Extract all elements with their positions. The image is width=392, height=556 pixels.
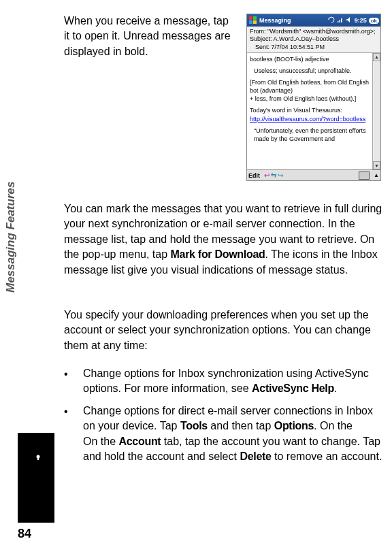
start-flag-icon bbox=[248, 16, 258, 25]
b2-b3: Account bbox=[118, 436, 161, 447]
bullet-list: • Change options for Inbox synchronizati… bbox=[64, 366, 387, 471]
reply-all-icon: ⇆ bbox=[271, 171, 276, 179]
section-tab-label: Messaging Features bbox=[4, 182, 18, 293]
screenshot-body: bootless (BOOT-lis) adjective Useless; u… bbox=[247, 53, 372, 169]
from-value: "Wordsmith" <wsmith@wordsmith.org>; bbox=[267, 28, 375, 35]
scroll-track bbox=[373, 61, 380, 161]
b1-post: . bbox=[334, 382, 337, 394]
svg-rect-5 bbox=[339, 20, 340, 22]
bullet-marker: • bbox=[64, 404, 83, 465]
list-item: • Change options for direct e-mail serve… bbox=[64, 404, 387, 465]
sync-icon bbox=[328, 16, 335, 24]
svg-rect-3 bbox=[253, 20, 257, 24]
paragraph-download-prefs: You specify your downloading preferences… bbox=[64, 308, 387, 353]
screenshot-tray: 9:25 ok bbox=[328, 16, 379, 24]
clock-time: 9:25 bbox=[355, 17, 367, 24]
header-subject-row: Subject: A.Word.A.Day--bootless bbox=[250, 35, 378, 43]
body-link: http://visualthesaurus.com/?word=bootles… bbox=[250, 115, 370, 123]
from-label: From: bbox=[250, 28, 266, 35]
screenshot-body-wrap: bootless (BOOT-lis) adjective Useless; u… bbox=[247, 53, 380, 169]
b2-m2b: On the bbox=[83, 436, 118, 447]
bullet-marker: • bbox=[64, 366, 83, 397]
list-item: • Change options for Inbox synchronizati… bbox=[64, 366, 387, 397]
bullet-1-text: Change options for Inbox synchronization… bbox=[83, 366, 387, 397]
menu-up-icon: ▲ bbox=[374, 172, 379, 178]
subject-value: A.Word.A.Day--bootless bbox=[274, 35, 339, 42]
header-from-row: From: "Wordsmith" <wsmith@wordsmith.org>… bbox=[250, 28, 378, 35]
bullet-2-text: Change options for direct e-mail server … bbox=[83, 404, 387, 465]
key-lock-icon bbox=[22, 439, 52, 469]
b2-b2: Options bbox=[274, 420, 314, 431]
bottom-tool-icons: ↩ ⇆ ↪ bbox=[264, 171, 283, 179]
header-sent-row: Sent: 7/7/04 10:54:51 PM bbox=[250, 44, 378, 51]
device-screenshot: Messaging 9:25 ok From: bbox=[246, 14, 381, 181]
b2-indented: On the Account tab, tap the account you … bbox=[83, 434, 387, 465]
b2-m2: . On the bbox=[314, 420, 353, 431]
body-line-3: [From Old English botleas, from Old Engl… bbox=[250, 78, 370, 95]
screenshot-bottombar: Edit ↩ ⇆ ↪ ▲ bbox=[247, 169, 380, 180]
intro-paragraph: When you receive a message, tap it to op… bbox=[64, 14, 234, 181]
p2-bold: Mark for Download bbox=[171, 248, 265, 260]
svg-rect-0 bbox=[249, 16, 252, 20]
svg-rect-13 bbox=[32, 463, 34, 466]
svg-rect-11 bbox=[29, 461, 39, 463]
top-section: When you receive a message, tap it to op… bbox=[64, 14, 381, 181]
body-line-5: Today's word in Visual Thesaurus: bbox=[250, 106, 370, 114]
svg-rect-9 bbox=[37, 457, 39, 460]
b2-m1: and then tap bbox=[208, 420, 274, 431]
page-number: 84 bbox=[18, 527, 31, 541]
svg-rect-4 bbox=[338, 21, 339, 22]
ok-button: ok bbox=[369, 18, 379, 24]
scrollbar: ▲ ▼ bbox=[372, 53, 380, 169]
keyboard-icon bbox=[359, 171, 370, 180]
paragraph-mark-download: You can mark the messages that you want … bbox=[64, 201, 387, 278]
screenshot-title: Messaging bbox=[258, 17, 328, 24]
screenshot-titlebar: Messaging 9:25 ok bbox=[247, 14, 380, 27]
sent-label: Sent: bbox=[255, 44, 270, 50]
b2-b4: Delete bbox=[240, 451, 271, 462]
scroll-down-icon: ▼ bbox=[373, 161, 380, 169]
body-line-1: bootless (BOOT-lis) adjective bbox=[250, 55, 370, 63]
svg-rect-1 bbox=[253, 16, 257, 20]
b2-b1: Tools bbox=[180, 420, 208, 431]
body-line-6: "Unfortunately, even the persistent effo… bbox=[250, 127, 370, 143]
svg-rect-12 bbox=[35, 463, 37, 465]
b1-bold: ActiveSync Help bbox=[252, 382, 334, 394]
sent-value: 7/7/04 10:54:51 PM bbox=[272, 44, 325, 50]
forward-icon: ↪ bbox=[278, 171, 283, 179]
b2-post: to remove an account. bbox=[272, 451, 382, 462]
manual-page: When you receive a message, tap it to op… bbox=[0, 0, 392, 556]
svg-rect-6 bbox=[341, 18, 342, 22]
reply-icon: ↩ bbox=[264, 171, 270, 179]
speaker-icon bbox=[346, 16, 353, 24]
screenshot-message-header: From: "Wordsmith" <wsmith@wordsmith.org>… bbox=[247, 27, 380, 53]
body-line-2: Useless; unsuccessful; unprofitable. bbox=[250, 67, 370, 75]
scroll-up-icon: ▲ bbox=[373, 53, 380, 61]
signal-icon bbox=[337, 16, 344, 24]
svg-rect-2 bbox=[249, 20, 252, 24]
edit-menu: Edit bbox=[248, 172, 260, 179]
subject-label: Subject: bbox=[250, 35, 272, 42]
body-line-4: + less, from Old English laes (without).… bbox=[250, 95, 370, 103]
